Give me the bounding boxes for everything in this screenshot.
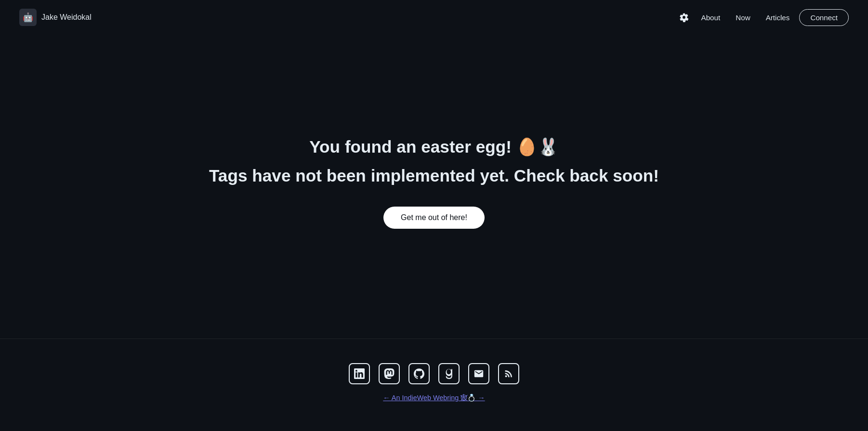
github-icon[interactable] [408,363,430,384]
settings-icon[interactable] [676,10,692,25]
site-footer: ← An IndieWeb Webring 🕸💍 → [0,339,868,431]
brand-name: Jake Weidokal [41,13,92,22]
goodreads-icon[interactable] [438,363,460,384]
mastodon-icon[interactable] [379,363,400,384]
nav-now[interactable]: Now [730,11,756,25]
main-nav: About Now Articles Connect [676,9,849,26]
avatar-emoji: 🤖 [23,12,33,23]
social-icons-container [349,363,519,384]
main-content: You found an easter egg! 🥚🐰 Tags have no… [0,35,868,339]
brand-avatar: 🤖 [19,9,37,26]
nav-about[interactable]: About [696,11,726,25]
indieweb-webring-link[interactable]: ← An IndieWeb Webring 🕸💍 → [383,394,485,402]
nav-articles[interactable]: Articles [760,11,796,25]
site-header: 🤖 Jake Weidokal About Now Articles Conne… [0,0,868,35]
email-icon[interactable] [468,363,489,384]
easter-egg-title-line2: Tags have not been implemented yet. Chec… [209,164,659,187]
linkedin-icon[interactable] [349,363,370,384]
brand-logo[interactable]: 🤖 Jake Weidokal [19,9,92,26]
connect-button[interactable]: Connect [799,9,849,26]
easter-egg-title-line1: You found an easter egg! 🥚🐰 [309,135,558,158]
escape-button[interactable]: Get me out of here! [383,207,485,229]
rss-icon[interactable] [498,363,519,384]
